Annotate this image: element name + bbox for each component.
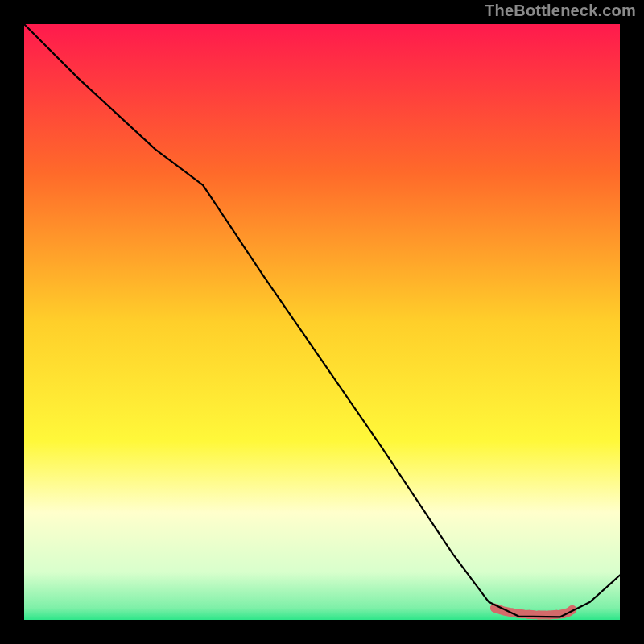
flat-marker-dot: [544, 611, 553, 620]
plot-area: [24, 24, 620, 620]
bottleneck-chart: [0, 0, 644, 644]
flat-marker-dot: [525, 610, 534, 619]
watermark-text: TheBottleneck.com: [485, 2, 636, 20]
flat-marker-dot: [535, 611, 543, 620]
